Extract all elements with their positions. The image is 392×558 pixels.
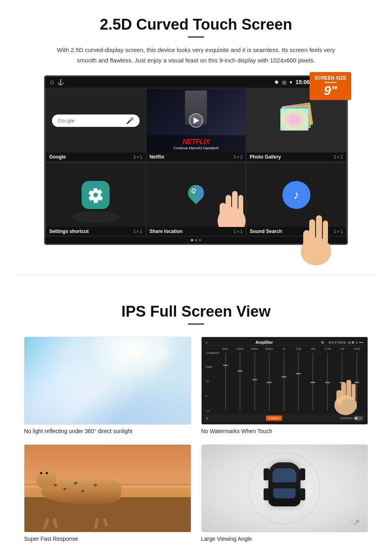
svg-rect-4 xyxy=(220,203,226,221)
gallery-label: Photo Gallery 2 × 2 xyxy=(246,153,346,161)
angle-line xyxy=(339,519,354,532)
maps-pin-head xyxy=(185,182,208,205)
dot-2 xyxy=(195,239,197,241)
sunlight-caption: No light reflecting under 360° direct su… xyxy=(24,428,191,434)
spot-5 xyxy=(94,484,97,486)
eq-slider-4[interactable] xyxy=(262,351,276,413)
amp-freq-25k: 2.5k xyxy=(292,347,305,350)
amp-freq-spacer xyxy=(206,347,218,350)
car-body-top xyxy=(268,462,300,506)
svg-rect-9 xyxy=(303,230,310,250)
google-app-name: Google xyxy=(49,154,66,160)
eq-slider-1[interactable] xyxy=(219,351,232,413)
pointing-hand xyxy=(214,183,246,227)
netflix-cell[interactable]: NETFLIX Continue Marvel's Daredevil Netf… xyxy=(146,88,246,161)
leg-2 xyxy=(52,518,58,528)
title-divider xyxy=(188,36,204,38)
amp-hand-svg xyxy=(332,375,360,415)
feature-sunlight: No light reflecting under 360° direct su… xyxy=(24,337,191,434)
google-app-content: Google 🎤 xyxy=(46,88,146,153)
section2-title-divider xyxy=(188,323,204,325)
netflix-app-content: NETFLIX Continue Marvel's Daredevil xyxy=(146,88,246,153)
amp-10-label: 10 xyxy=(206,379,218,383)
amp-loudness-toggle[interactable] xyxy=(354,416,363,420)
google-cell[interactable]: Google 🎤 Google 3 × 1 xyxy=(46,88,146,161)
eq-handle-1 xyxy=(223,365,228,366)
eye-1 xyxy=(40,472,42,474)
cheetah-visual xyxy=(24,445,191,532)
eq-slider-3[interactable] xyxy=(248,351,261,413)
amp-home-icon: ⌂ xyxy=(206,341,208,344)
svg-rect-12 xyxy=(346,380,351,400)
netflix-subtitle: Continue Marvel's Daredevil xyxy=(150,146,243,150)
svg-rect-8 xyxy=(323,221,328,243)
section-curved-screen: 2.5D Curved Touch Screen With 2.5D curve… xyxy=(0,0,392,259)
spot-3 xyxy=(74,482,78,484)
settings-icon-background xyxy=(82,181,110,209)
amp-freq-1k: 1k xyxy=(277,347,291,350)
amp-freq-15k: 15k xyxy=(336,347,349,350)
toggle-knob xyxy=(354,417,358,420)
settings-shadow xyxy=(72,211,120,223)
spot-1 xyxy=(54,484,57,486)
eq-slider-7[interactable] xyxy=(306,351,320,413)
cheetah-body xyxy=(40,478,122,504)
eq-handle-2 xyxy=(238,370,242,371)
watermark-caption: No Watermarks When Touch xyxy=(201,428,368,434)
car-visual: ↗ xyxy=(202,445,368,532)
eq-slider-5[interactable] xyxy=(277,351,290,413)
eq-handle-3 xyxy=(252,379,257,380)
feature-cheetah: Super Fast Response xyxy=(24,444,191,542)
settings-label: Settings shortcut 1 × 1 xyxy=(46,227,146,236)
amp-eq-area: ◁) Balance Fader 10 0 -10 xyxy=(204,351,366,413)
settings-app-name: Settings shortcut xyxy=(49,229,89,234)
home-icon[interactable]: ⌂ xyxy=(50,78,54,86)
google-logo: Google xyxy=(58,118,74,124)
status-time: 15:06 xyxy=(296,79,310,85)
settings-cell[interactable]: Settings shortcut 1 × 1 xyxy=(46,163,146,236)
car-image: ↗ xyxy=(201,444,368,532)
amp-title: Amplifier xyxy=(256,340,273,345)
share-location-cell[interactable]: G xyxy=(146,163,246,236)
share-app-size: 1 × 1 xyxy=(234,229,243,234)
feature-grid: No light reflecting under 360° direct su… xyxy=(24,337,368,542)
status-left: ⌂ ⚓ xyxy=(50,78,64,86)
mic-icon[interactable]: 🎤 xyxy=(126,117,134,124)
amp-freq-60: 60hz xyxy=(219,347,232,350)
section-ips-screen: IPS Full Screen View No light reflecting… xyxy=(0,291,392,558)
badge-label: Screen Size xyxy=(314,75,346,81)
gallery-app-name: Photo Gallery xyxy=(250,154,281,160)
amp-custom-button[interactable]: Custom xyxy=(266,415,282,421)
amp-controls: ⊞ · · ◎ ▾ 17:33 ⊡ ◁) ⊠ ▭ ⟵ xyxy=(321,341,364,344)
amp-hand-overlay xyxy=(332,375,360,417)
eq-handle-6 xyxy=(296,373,301,374)
section-divider xyxy=(16,275,376,275)
amp-freq-500: 500hz xyxy=(262,347,276,350)
amp-neg10-label: -10 xyxy=(206,409,218,413)
svg-rect-13 xyxy=(352,384,356,400)
netflix-overlay: NETFLIX Continue Marvel's Daredevil xyxy=(146,135,246,153)
sunlight-image xyxy=(24,337,191,425)
sky-bottom xyxy=(24,381,191,424)
music-note-icon: ♪ xyxy=(293,188,299,202)
photo-card-3 xyxy=(280,108,308,130)
amp-freq-125k: 12.5k xyxy=(321,347,334,350)
settings-app-size: 1 × 1 xyxy=(133,229,142,234)
cheetah-caption: Super Fast Response xyxy=(24,536,191,542)
google-search-bar[interactable]: Google 🎤 xyxy=(52,114,140,127)
amp-prev-icon[interactable]: « xyxy=(206,416,208,420)
eye-2 xyxy=(45,472,48,474)
netflix-play-button[interactable] xyxy=(189,113,203,128)
screen-size-badge: Screen Size 9" xyxy=(310,72,351,100)
rear-window xyxy=(273,488,296,498)
gallery-app-size: 2 × 2 xyxy=(334,155,343,159)
eq-slider-2[interactable] xyxy=(233,351,247,413)
eq-slider-6[interactable] xyxy=(292,351,305,413)
spot-4 xyxy=(81,490,84,492)
share-app-name: Share location xyxy=(150,229,183,234)
section1-title: 2.5D Curved Touch Screen xyxy=(24,16,368,33)
svg-rect-3 xyxy=(238,195,243,217)
amp-loudness-area: loudness xyxy=(340,416,363,420)
netflix-label: Netflix 3 × 2 xyxy=(146,153,246,161)
amp-sidebar: ◁) Balance Fader 10 0 -10 xyxy=(206,351,218,413)
